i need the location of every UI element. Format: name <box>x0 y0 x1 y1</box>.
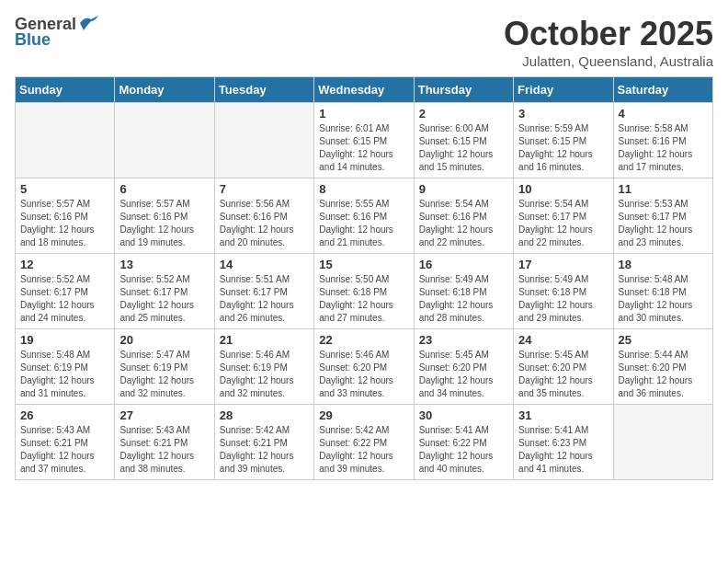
day-number: 20 <box>119 333 209 347</box>
day-info: Sunrise: 5:53 AMSunset: 6:17 PMDaylight:… <box>619 198 708 249</box>
calendar-day-cell: 16Sunrise: 5:49 AMSunset: 6:18 PMDayligh… <box>414 254 513 329</box>
day-number: 27 <box>119 408 209 422</box>
calendar-week-row: 26Sunrise: 5:43 AMSunset: 6:21 PMDayligh… <box>16 405 713 480</box>
day-info: Sunrise: 5:45 AMSunset: 6:20 PMDaylight:… <box>518 349 608 400</box>
day-info: Sunrise: 5:41 AMSunset: 6:22 PMDaylight:… <box>419 424 508 476</box>
day-number: 29 <box>319 408 408 422</box>
calendar-day-cell: 21Sunrise: 5:46 AMSunset: 6:19 PMDayligh… <box>214 329 313 405</box>
day-info: Sunrise: 5:58 AMSunset: 6:16 PMDaylight:… <box>619 122 708 174</box>
day-info: Sunrise: 5:50 AMSunset: 6:18 PMDaylight:… <box>319 273 408 325</box>
header-sunday: Sunday <box>16 77 115 103</box>
header-tuesday: Tuesday <box>214 77 313 103</box>
calendar-day-cell: 9Sunrise: 5:54 AMSunset: 6:16 PMDaylight… <box>414 178 513 254</box>
day-number: 19 <box>20 333 109 347</box>
page-header: General Blue October 2025 Julatten, Quee… <box>15 15 713 69</box>
calendar-day-cell: 13Sunrise: 5:52 AMSunset: 6:17 PMDayligh… <box>115 254 214 329</box>
day-number: 31 <box>518 408 608 422</box>
calendar-day-cell: 7Sunrise: 5:56 AMSunset: 6:16 PMDaylight… <box>214 178 313 254</box>
calendar-day-cell: 11Sunrise: 5:53 AMSunset: 6:17 PMDayligh… <box>613 178 712 254</box>
day-number: 26 <box>20 408 109 422</box>
day-number: 8 <box>319 182 408 196</box>
day-info: Sunrise: 5:49 AMSunset: 6:18 PMDaylight:… <box>419 273 508 325</box>
calendar-day-cell: 23Sunrise: 5:45 AMSunset: 6:20 PMDayligh… <box>414 329 513 405</box>
day-info: Sunrise: 5:51 AMSunset: 6:17 PMDaylight:… <box>220 273 309 325</box>
header-thursday: Thursday <box>414 77 513 103</box>
day-number: 7 <box>220 182 309 196</box>
calendar-day-cell: 4Sunrise: 5:58 AMSunset: 6:16 PMDaylight… <box>613 103 712 178</box>
calendar-day-cell: 8Sunrise: 5:55 AMSunset: 6:16 PMDaylight… <box>314 178 414 254</box>
day-info: Sunrise: 5:42 AMSunset: 6:21 PMDaylight:… <box>220 424 309 476</box>
location-subtitle: Julatten, Queensland, Australia <box>504 53 713 69</box>
day-number: 18 <box>619 258 708 271</box>
day-info: Sunrise: 5:49 AMSunset: 6:18 PMDaylight:… <box>518 273 608 325</box>
day-number: 15 <box>319 258 408 271</box>
day-number: 6 <box>119 182 209 196</box>
calendar-day-cell <box>16 103 115 178</box>
month-year-title: October 2025 <box>504 15 713 53</box>
calendar-day-cell: 29Sunrise: 5:42 AMSunset: 6:22 PMDayligh… <box>314 405 414 480</box>
day-info: Sunrise: 5:52 AMSunset: 6:17 PMDaylight:… <box>20 273 109 325</box>
calendar-day-cell: 20Sunrise: 5:47 AMSunset: 6:19 PMDayligh… <box>115 329 214 405</box>
day-number: 30 <box>419 408 508 422</box>
day-info: Sunrise: 5:57 AMSunset: 6:16 PMDaylight:… <box>119 198 209 249</box>
day-info: Sunrise: 5:41 AMSunset: 6:23 PMDaylight:… <box>518 424 608 476</box>
calendar-week-row: 1Sunrise: 6:01 AMSunset: 6:15 PMDaylight… <box>16 103 713 178</box>
calendar-day-cell: 2Sunrise: 6:00 AMSunset: 6:15 PMDaylight… <box>414 103 513 178</box>
calendar-week-row: 5Sunrise: 5:57 AMSunset: 6:16 PMDaylight… <box>16 178 713 254</box>
day-number: 12 <box>20 258 109 271</box>
calendar-day-cell: 17Sunrise: 5:49 AMSunset: 6:18 PMDayligh… <box>514 254 613 329</box>
day-info: Sunrise: 5:48 AMSunset: 6:18 PMDaylight:… <box>619 273 708 325</box>
calendar-day-cell: 10Sunrise: 5:54 AMSunset: 6:17 PMDayligh… <box>514 178 613 254</box>
calendar-day-cell: 15Sunrise: 5:50 AMSunset: 6:18 PMDayligh… <box>314 254 414 329</box>
calendar-day-cell: 31Sunrise: 5:41 AMSunset: 6:23 PMDayligh… <box>514 405 613 480</box>
day-info: Sunrise: 5:55 AMSunset: 6:16 PMDaylight:… <box>319 198 408 249</box>
header-wednesday: Wednesday <box>314 77 414 103</box>
day-number: 17 <box>518 258 608 271</box>
day-number: 1 <box>319 107 408 121</box>
calendar-day-cell: 3Sunrise: 5:59 AMSunset: 6:15 PMDaylight… <box>514 103 613 178</box>
day-number: 3 <box>518 107 608 121</box>
day-number: 22 <box>319 333 408 347</box>
day-info: Sunrise: 5:52 AMSunset: 6:17 PMDaylight:… <box>119 273 209 325</box>
calendar-day-cell: 18Sunrise: 5:48 AMSunset: 6:18 PMDayligh… <box>613 254 712 329</box>
day-info: Sunrise: 5:42 AMSunset: 6:22 PMDaylight:… <box>319 424 408 476</box>
day-info: Sunrise: 5:46 AMSunset: 6:20 PMDaylight:… <box>319 349 408 400</box>
day-info: Sunrise: 5:48 AMSunset: 6:19 PMDaylight:… <box>20 349 109 400</box>
day-number: 21 <box>220 333 309 347</box>
calendar-day-cell: 22Sunrise: 5:46 AMSunset: 6:20 PMDayligh… <box>314 329 414 405</box>
day-number: 2 <box>419 107 508 121</box>
calendar-table: SundayMondayTuesdayWednesdayThursdayFrid… <box>15 76 713 480</box>
day-number: 23 <box>419 333 508 347</box>
calendar-day-cell: 6Sunrise: 5:57 AMSunset: 6:16 PMDaylight… <box>115 178 214 254</box>
logo-bird-icon <box>78 16 98 30</box>
calendar-day-cell: 19Sunrise: 5:48 AMSunset: 6:19 PMDayligh… <box>16 329 115 405</box>
title-block: October 2025 Julatten, Queensland, Austr… <box>504 15 713 69</box>
calendar-day-cell: 14Sunrise: 5:51 AMSunset: 6:17 PMDayligh… <box>214 254 313 329</box>
calendar-week-row: 12Sunrise: 5:52 AMSunset: 6:17 PMDayligh… <box>16 254 713 329</box>
day-number: 13 <box>119 258 209 271</box>
day-number: 14 <box>220 258 309 271</box>
day-info: Sunrise: 5:54 AMSunset: 6:17 PMDaylight:… <box>518 198 608 249</box>
calendar-day-cell: 30Sunrise: 5:41 AMSunset: 6:22 PMDayligh… <box>414 405 513 480</box>
header-saturday: Saturday <box>613 77 712 103</box>
calendar-header-row: SundayMondayTuesdayWednesdayThursdayFrid… <box>16 77 713 103</box>
day-info: Sunrise: 5:56 AMSunset: 6:16 PMDaylight:… <box>220 198 309 249</box>
day-info: Sunrise: 5:47 AMSunset: 6:19 PMDaylight:… <box>119 349 209 400</box>
day-number: 11 <box>619 182 708 196</box>
header-monday: Monday <box>115 77 214 103</box>
calendar-day-cell <box>613 405 712 480</box>
day-info: Sunrise: 5:59 AMSunset: 6:15 PMDaylight:… <box>518 122 608 174</box>
day-info: Sunrise: 5:57 AMSunset: 6:16 PMDaylight:… <box>20 198 109 249</box>
day-number: 25 <box>619 333 708 347</box>
calendar-week-row: 19Sunrise: 5:48 AMSunset: 6:19 PMDayligh… <box>16 329 713 405</box>
day-number: 16 <box>419 258 508 271</box>
day-info: Sunrise: 6:01 AMSunset: 6:15 PMDaylight:… <box>319 122 408 174</box>
calendar-day-cell: 28Sunrise: 5:42 AMSunset: 6:21 PMDayligh… <box>214 405 313 480</box>
day-info: Sunrise: 5:46 AMSunset: 6:19 PMDaylight:… <box>220 349 309 400</box>
calendar-day-cell: 27Sunrise: 5:43 AMSunset: 6:21 PMDayligh… <box>115 405 214 480</box>
logo-blue-text: Blue <box>15 30 51 50</box>
calendar-day-cell: 24Sunrise: 5:45 AMSunset: 6:20 PMDayligh… <box>514 329 613 405</box>
calendar-day-cell: 26Sunrise: 5:43 AMSunset: 6:21 PMDayligh… <box>16 405 115 480</box>
logo: General Blue <box>15 15 98 50</box>
day-number: 10 <box>518 182 608 196</box>
